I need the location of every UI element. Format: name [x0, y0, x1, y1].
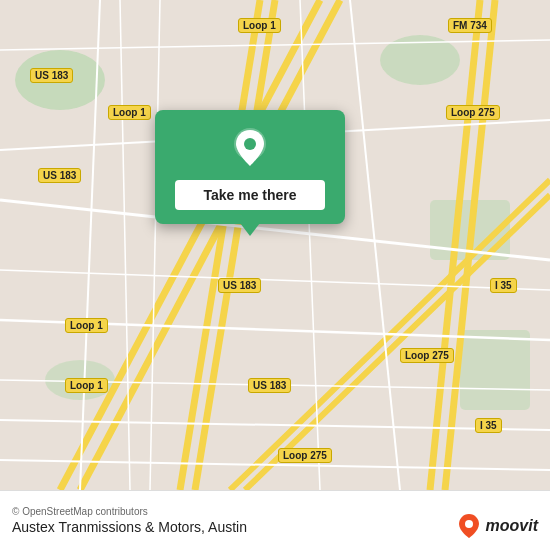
- svg-rect-5: [460, 330, 530, 410]
- road-badge-loop1-left: Loop 1: [108, 105, 151, 120]
- map-container: Loop 1 FM 734 US 183 Loop 1 Loop 275 US …: [0, 0, 550, 490]
- road-badge-us183-center: US 183: [218, 278, 261, 293]
- road-badge-i35-right-mid: I 35: [490, 278, 517, 293]
- location-city: Austin: [208, 519, 247, 535]
- svg-point-28: [244, 138, 256, 150]
- location-pin-icon: [228, 126, 272, 170]
- location-name: Austex Tranmissions & Motors: [12, 519, 201, 535]
- road-badge-loop275-bottom-right: Loop 275: [400, 348, 454, 363]
- location-popup: Take me there: [155, 110, 345, 224]
- take-me-there-button[interactable]: Take me there: [175, 180, 325, 210]
- moovit-pin-icon: [455, 512, 483, 540]
- road-badge-i35-bottom-right: I 35: [475, 418, 502, 433]
- road-badge-fm734: FM 734: [448, 18, 492, 33]
- moovit-logo: moovit: [455, 512, 538, 540]
- road-badge-loop1-bottom-left2: Loop 1: [65, 378, 108, 393]
- bottom-bar: © OpenStreetMap contributors Austex Tran…: [0, 490, 550, 550]
- road-badge-loop275-bottom: Loop 275: [278, 448, 332, 463]
- road-badge-us183-left-top: US 183: [30, 68, 73, 83]
- road-badge-loop1-top: Loop 1: [238, 18, 281, 33]
- road-badge-loop275-right-top: Loop 275: [446, 105, 500, 120]
- road-badge-us183-left-mid: US 183: [38, 168, 81, 183]
- moovit-brand-text: moovit: [486, 517, 538, 535]
- road-badge-us183-bottom: US 183: [248, 378, 291, 393]
- svg-point-29: [465, 520, 473, 528]
- map-background: [0, 0, 550, 490]
- road-badge-loop1-bottom-left: Loop 1: [65, 318, 108, 333]
